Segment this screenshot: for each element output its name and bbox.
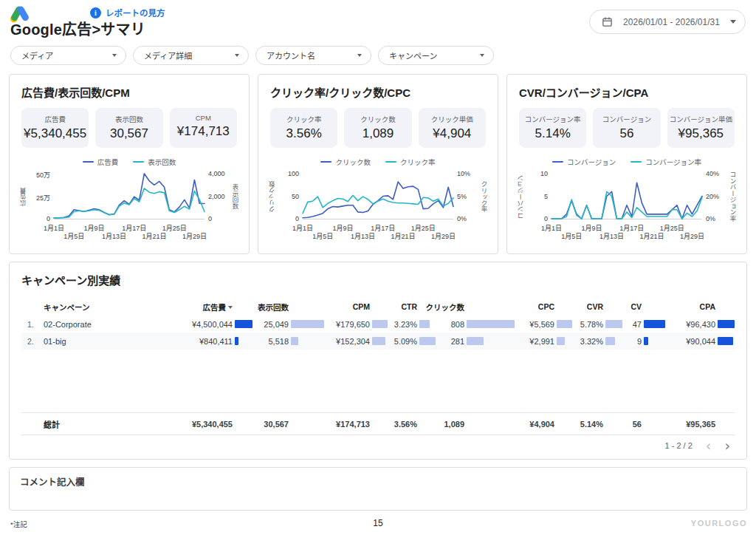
page-number: 15 bbox=[0, 518, 756, 528]
legend-item-series1[interactable]: クリック数 bbox=[320, 157, 371, 166]
value-bar bbox=[291, 320, 324, 328]
kpi-cards: 広告費/表示回数/CPM 広告費¥5,340,455 表示回数30,567 CP… bbox=[9, 74, 747, 254]
col-header-cvr[interactable]: CVR bbox=[572, 302, 622, 311]
pagination-next-icon[interactable]: › bbox=[724, 440, 730, 451]
cell-value: 25,049 bbox=[264, 320, 289, 329]
totals-label: 総計 bbox=[44, 418, 166, 430]
cell-value: 5,518 bbox=[268, 337, 289, 346]
col-header-cpc[interactable]: CPC bbox=[515, 302, 572, 311]
cell-cvr: 5.78% bbox=[572, 320, 622, 329]
legend-item-series2[interactable]: コンバージョン率 bbox=[630, 157, 701, 166]
stat-cpm: CPM¥174,713 bbox=[170, 108, 237, 148]
table-row[interactable]: 1. 02-Corporate ¥4,500,044 25,049 ¥179,6… bbox=[21, 316, 735, 333]
y-tick: 10 bbox=[526, 170, 548, 177]
line-chart-svg bbox=[551, 174, 702, 219]
col-header-cv[interactable]: CV bbox=[622, 302, 665, 311]
col-header-clicks[interactable]: クリック数 bbox=[436, 301, 515, 313]
report-help-link[interactable]: i レポートの見方 bbox=[90, 7, 165, 18]
campaign-name: 01-big bbox=[44, 337, 166, 346]
value-bar bbox=[718, 320, 735, 328]
col-label: CPC bbox=[538, 302, 554, 311]
legend-item-series1[interactable]: コンバージョン bbox=[552, 157, 616, 166]
chevron-down-icon bbox=[357, 54, 362, 57]
col-header-campaign[interactable]: キャンペーン bbox=[44, 301, 166, 313]
cell-value: ¥152,304 bbox=[336, 337, 370, 346]
value-bar bbox=[467, 337, 484, 345]
value-bar bbox=[235, 320, 252, 328]
chart-legend: 広告費 表示回数 bbox=[21, 157, 237, 166]
y-tick: 5% bbox=[457, 193, 479, 200]
chevron-down-icon bbox=[730, 20, 736, 24]
y-tick: 40% bbox=[706, 170, 728, 177]
y-tick: 5 bbox=[526, 193, 548, 200]
stat-row: クリック率3.56% クリック数1,089 クリック単価¥4,904 bbox=[270, 108, 486, 148]
stat-label: コンバージョン単価 bbox=[669, 114, 733, 124]
line-chart-svg bbox=[303, 174, 453, 219]
col-header-ad-cost[interactable]: 広告費 bbox=[166, 301, 253, 313]
col-label: 表示回数 bbox=[258, 301, 289, 313]
footer: *注記 15 YOURLOGO bbox=[0, 516, 756, 535]
legend-swatch bbox=[552, 161, 563, 163]
value-bar bbox=[419, 337, 436, 345]
plot-area bbox=[54, 174, 205, 219]
comment-label: コメント記入欄 bbox=[20, 474, 736, 488]
legend-swatch bbox=[385, 161, 396, 163]
card-cvr-conversions-cpa: CVR/コンバージョン/CPA コンバージョン率5.14% コンバージョン56 … bbox=[506, 74, 747, 254]
campaign-name: 02-Corporate bbox=[44, 320, 166, 329]
stat-label: クリック率 bbox=[272, 114, 336, 124]
filter-media[interactable]: メディア bbox=[10, 46, 126, 65]
total-impressions: 30,567 bbox=[253, 420, 324, 429]
y-tick: 50 bbox=[277, 193, 299, 200]
date-range-picker[interactable]: 2026/01/01 - 2026/01/31 bbox=[589, 10, 746, 34]
cell-clicks: 808 bbox=[436, 320, 515, 329]
cell-value: ¥90,044 bbox=[686, 337, 715, 346]
plot-area bbox=[551, 174, 702, 219]
row-number: 2. bbox=[21, 337, 44, 346]
col-header-cpm[interactable]: CPM bbox=[324, 302, 388, 311]
x-tick-label: 1月5日 bbox=[63, 231, 84, 241]
legend-item-series2[interactable]: 表示回数 bbox=[133, 157, 176, 166]
filter-campaign[interactable]: キャンペーン bbox=[378, 46, 494, 65]
legend-item-series1[interactable]: 広告費 bbox=[83, 157, 119, 166]
filter-label: メディア詳細 bbox=[144, 50, 192, 61]
total-clicks: 1,089 bbox=[436, 420, 515, 429]
cell-value: ¥5,569 bbox=[529, 320, 554, 329]
stat-value: ¥174,713 bbox=[171, 124, 236, 139]
stat-impressions: 表示回数30,567 bbox=[95, 108, 162, 148]
header: i レポートの見方 Google広告>サマリ 2026/01/01 - 2026… bbox=[0, 0, 756, 43]
value-bar bbox=[644, 337, 648, 345]
col-label: CVR bbox=[587, 302, 603, 311]
filter-label: アカウント名 bbox=[267, 50, 315, 61]
filter-media-detail[interactable]: メディア詳細 bbox=[133, 46, 249, 65]
cell-cvr: 3.32% bbox=[572, 337, 622, 346]
cell-clicks: 281 bbox=[436, 337, 515, 346]
chart-legend: クリック数 クリック率 bbox=[270, 157, 486, 166]
filter-account-name[interactable]: アカウント名 bbox=[255, 46, 371, 65]
table-row[interactable]: 2. 01-big ¥840,411 5,518 ¥152,304 5.09% … bbox=[21, 333, 735, 350]
stat-conversions: コンバージョン56 bbox=[593, 108, 660, 148]
col-label: 広告費 bbox=[203, 301, 227, 313]
chevron-down-icon bbox=[480, 54, 484, 57]
cell-ad-cost: ¥4,500,044 bbox=[166, 320, 253, 329]
total-cv: 56 bbox=[622, 420, 665, 429]
comment-box[interactable]: コメント記入欄 bbox=[9, 467, 747, 511]
stat-value: ¥4,904 bbox=[420, 126, 484, 141]
cell-cv: 47 bbox=[622, 320, 665, 329]
col-header-impressions[interactable]: 表示回数 bbox=[253, 301, 324, 313]
pagination-range: 1 - 2 / 2 bbox=[664, 441, 692, 450]
cell-cpc: ¥2,991 bbox=[515, 337, 572, 346]
value-bar bbox=[372, 320, 388, 328]
pagination-prev-icon[interactable]: ‹ bbox=[706, 440, 712, 451]
col-header-cpa[interactable]: CPA bbox=[665, 302, 735, 311]
filter-label: メディア bbox=[21, 50, 53, 61]
x-tick-label: 1月1日 bbox=[541, 223, 562, 233]
cell-ctr: 3.23% bbox=[388, 320, 436, 329]
y-tick: 0% bbox=[457, 215, 479, 222]
line-chart: コンバージョン コンバージョン率 10 5 0 40% 20% 0% 1月1日1… bbox=[519, 170, 735, 241]
legend-label: 表示回数 bbox=[148, 157, 176, 167]
cell-cv: 9 bbox=[622, 337, 665, 346]
cell-value: ¥2,991 bbox=[529, 337, 554, 346]
stat-label: コンバージョン率 bbox=[520, 114, 585, 124]
legend-swatch bbox=[133, 161, 144, 163]
legend-item-series2[interactable]: クリック率 bbox=[385, 157, 436, 166]
